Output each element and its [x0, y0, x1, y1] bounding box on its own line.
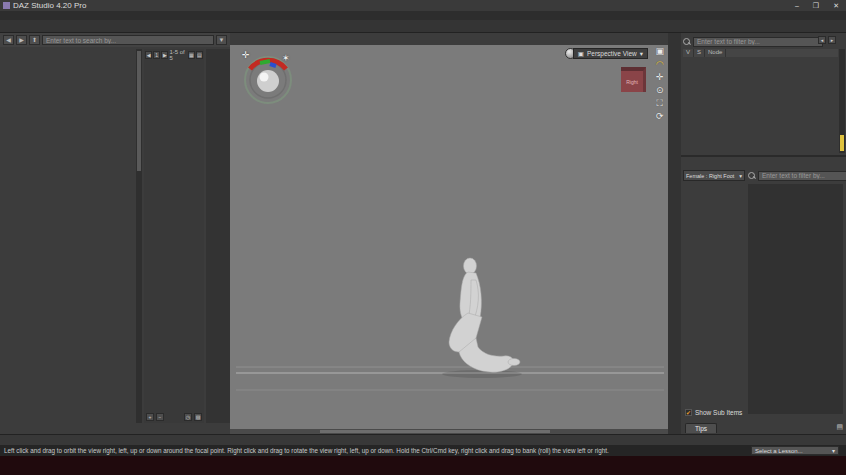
pane-cube-icon[interactable]: ▣: [655, 47, 664, 56]
select-lesson-label: Select a Lesson...: [755, 448, 803, 454]
node-selector-label: Female : Right Foot: [686, 173, 734, 179]
select-lesson-dropdown[interactable]: Select a Lesson... ▾: [751, 446, 839, 455]
forward-button[interactable]: ▶: [16, 35, 27, 45]
tree-scrollbar[interactable]: [136, 49, 142, 423]
minimize-button[interactable]: –: [795, 2, 799, 10]
maximize-button[interactable]: ❒: [813, 2, 819, 10]
pager-next-button[interactable]: ▶: [161, 51, 168, 59]
main-toolbar: [0, 20, 846, 33]
right-dock-tabs: [668, 33, 681, 434]
chevron-down-icon: ▾: [832, 447, 835, 454]
parameter-filter-input[interactable]: [758, 171, 846, 181]
view-cube-label: Right: [626, 79, 638, 85]
orbit-icon[interactable]: ◠: [656, 60, 664, 69]
content-nav-row: ◀ ▶ ⬆ ▼: [0, 33, 230, 47]
scene-filter-input[interactable]: [693, 37, 823, 47]
up-button[interactable]: ⬆: [29, 35, 40, 45]
windows-taskbar: [0, 456, 846, 475]
tab-tips[interactable]: Tips: [685, 423, 717, 433]
content-info-tabs: [0, 423, 230, 434]
add-button[interactable]: +: [146, 413, 154, 421]
grid-view-icon[interactable]: ▦: [188, 51, 195, 59]
thumbnail-footer: + − ◷ ▧: [144, 413, 204, 421]
status-bar: Left click and drag to orbit the view ri…: [0, 445, 846, 456]
viewport-3d-canvas[interactable]: [230, 45, 668, 429]
search-icon: [748, 172, 756, 180]
options-icon[interactable]: ▧: [194, 413, 202, 421]
content-folder-tree: [2, 49, 136, 423]
history-icon[interactable]: ◷: [184, 413, 192, 421]
trackball-sphere[interactable]: [257, 70, 279, 92]
pager-prev-button[interactable]: ◀: [145, 51, 152, 59]
thumbnail-pager: ◀ 1 ▶ 1-5 of 5 ▦ ▤: [144, 49, 204, 61]
viewport-camera-controls: ▣ ◠ ✛ ⊙ ⛶ ⟳: [655, 47, 664, 121]
right-pane: ◂ ▸ V S Node Female : Right Foot ▾ ✔ Sh: [681, 33, 846, 434]
scene-column-headers: V S Node: [683, 49, 838, 57]
left-dock-tabs: [206, 49, 230, 433]
camera-selector-label: Perspective View: [587, 50, 637, 57]
show-sub-items-row[interactable]: ✔ Show Sub Items: [685, 409, 742, 416]
rotation-trackball[interactable]: [242, 53, 294, 105]
filter-prev-button[interactable]: ◂: [818, 36, 826, 44]
title-bar: DAZ Studio 4.20 Pro – ❒ ✕: [0, 0, 846, 11]
viewport-tabs: [230, 33, 668, 45]
cube-icon: ▣: [578, 50, 584, 58]
search-icon: [683, 38, 691, 46]
pager-range-label: 1-5 of 5: [169, 49, 186, 61]
content-thumbnails-pane: ◀ 1 ▶ 1-5 of 5 ▦ ▤ + − ◷ ▧: [144, 49, 204, 423]
content-search-input[interactable]: [42, 35, 214, 45]
scene-scrollbar[interactable]: [839, 49, 845, 153]
show-sub-items-label: Show Sub Items: [695, 409, 742, 416]
pager-page-field[interactable]: 1: [153, 51, 160, 59]
close-button[interactable]: ✕: [833, 2, 839, 10]
content-library-pane: ◀ ▶ ⬆ ▼ ◀ 1 ▶ 1-5 of 5 ▦ ▤ + − ◷ ▧: [0, 33, 230, 434]
frame-icon[interactable]: ⛶: [657, 99, 663, 108]
menu-bar: [0, 11, 846, 20]
back-button[interactable]: ◀: [3, 35, 14, 45]
status-tip-text: Left click and drag to orbit the view ri…: [4, 447, 609, 454]
view-cube[interactable]: Right: [621, 67, 646, 92]
col-selectable[interactable]: S: [694, 49, 705, 57]
trackball-blue-arc[interactable]: [270, 64, 276, 66]
viewport-pane: ✛ ✶ ▣ Perspective View ▾ Right ▣ ◠ ✛ ⊙ ⛶…: [230, 33, 668, 434]
rotate-view-icon[interactable]: ⟳: [656, 112, 664, 121]
checkbox-checked-icon[interactable]: ✔: [685, 409, 692, 416]
chevron-down-icon: ▾: [739, 173, 742, 179]
parameter-group-list: [683, 184, 747, 394]
parameters-pane: Female : Right Foot ▾ ✔ Show Sub Items T…: [681, 155, 846, 434]
filter-next-button[interactable]: ▸: [828, 36, 836, 44]
app-icon: [3, 2, 10, 9]
remove-button[interactable]: −: [156, 413, 164, 421]
parameter-filter-row: [748, 170, 843, 181]
camera-selector-dropdown[interactable]: ▣ Perspective View ▾: [573, 48, 648, 59]
col-node[interactable]: Node: [705, 49, 726, 57]
pane-menu-icon[interactable]: ▤: [836, 423, 843, 431]
col-visible[interactable]: V: [683, 49, 694, 57]
zoom-icon[interactable]: ⊙: [656, 86, 664, 95]
daz-studio-window: DAZ Studio 4.20 Pro – ❒ ✕ ◀ ▶ ⬆ ▼ ◀ 1 ▶ …: [0, 0, 846, 475]
library-dropdown-button[interactable]: ▼: [216, 35, 227, 45]
parameters-tabs: [681, 157, 846, 168]
scene-node-tree: [683, 57, 838, 153]
node-selector-dropdown[interactable]: Female : Right Foot ▾: [683, 170, 745, 181]
list-view-icon[interactable]: ▤: [196, 51, 203, 59]
window-title: DAZ Studio 4.20 Pro: [13, 1, 86, 10]
animate-timeline-tabs: [0, 434, 846, 445]
chevron-down-icon: ▾: [640, 50, 643, 58]
parameter-sliders: [748, 184, 843, 414]
pan-icon[interactable]: ✛: [656, 73, 664, 82]
trackball-green-arc[interactable]: [260, 61, 270, 63]
scene-filter-row: [683, 36, 823, 47]
